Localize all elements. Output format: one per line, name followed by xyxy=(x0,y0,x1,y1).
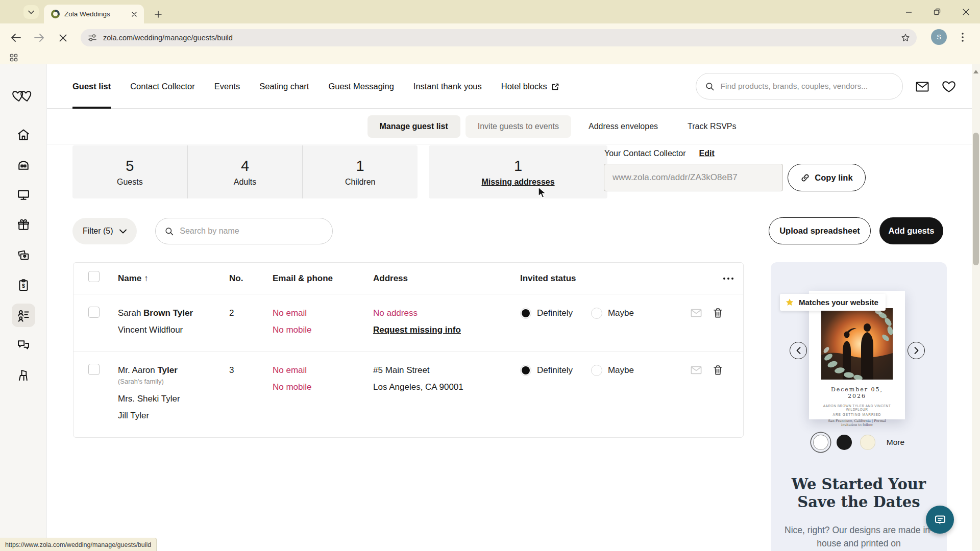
delete-trash-icon[interactable] xyxy=(713,365,723,375)
favorites-button[interactable] xyxy=(941,79,957,94)
tab-search-button[interactable] xyxy=(23,5,39,19)
tab-contact-collector[interactable]: Contact Collector xyxy=(130,64,195,109)
email-phone-cell: No email No mobile xyxy=(273,294,373,337)
send-invite-envelope-icon[interactable] xyxy=(691,309,702,317)
column-label: Email & phone xyxy=(273,273,333,283)
back-button[interactable] xyxy=(8,30,23,45)
no-mobile-text: No mobile xyxy=(273,381,373,394)
sidebar-item-vendors[interactable] xyxy=(12,334,35,357)
subnav-track-rsvps[interactable]: Track RSVPs xyxy=(675,115,748,138)
bookmark-star-icon[interactable] xyxy=(900,33,911,43)
browser-tab[interactable]: Zola Weddings xyxy=(44,5,144,23)
stop-loading-button[interactable] xyxy=(55,30,70,45)
swatch-cream[interactable] xyxy=(860,435,875,450)
sidebar-item-website[interactable] xyxy=(12,183,35,207)
tab-events[interactable]: Events xyxy=(214,64,240,109)
row-checkbox[interactable] xyxy=(88,307,100,318)
status-definitely-option[interactable]: Definitely xyxy=(520,307,573,320)
request-missing-info-link[interactable]: Request missing info xyxy=(373,323,520,337)
couple-sunset-photo xyxy=(821,308,893,380)
tab-hotel-blocks[interactable]: Hotel blocks xyxy=(501,64,559,109)
table-options-button[interactable] xyxy=(691,277,744,280)
tab-label: Instant thank yous xyxy=(413,82,482,91)
stat-value: 4 xyxy=(241,158,249,174)
status-definitely-option[interactable]: Definitely xyxy=(520,364,573,377)
main-nav: Guest list Contact Collector Events Seat… xyxy=(72,64,559,109)
carousel-next-button[interactable] xyxy=(908,342,925,359)
tab-seating-chart[interactable]: Seating chart xyxy=(259,64,309,109)
upload-spreadsheet-button[interactable]: Upload spreadsheet xyxy=(769,217,871,244)
copy-link-button[interactable]: Copy link xyxy=(788,164,866,191)
row-actions xyxy=(691,294,744,318)
page-scrollbar[interactable] xyxy=(972,64,980,551)
sidebar-item-guest-list[interactable] xyxy=(12,304,35,327)
guest-name-search[interactable] xyxy=(155,218,333,244)
stat-value: 1 xyxy=(356,158,364,174)
promo-heading: We Started Your Save the Dates xyxy=(776,475,942,511)
column-header-address: Address xyxy=(373,272,520,285)
column-header-status: Invited status xyxy=(520,272,691,285)
subnav-address-envelopes[interactable]: Address envelopes xyxy=(576,115,670,138)
subnav-label: Address envelopes xyxy=(589,122,658,131)
column-label: Address xyxy=(373,273,408,283)
more-colors-link[interactable]: More xyxy=(887,438,904,447)
column-label: Invited status xyxy=(520,273,576,283)
filter-dropdown[interactable]: Filter (5) xyxy=(72,218,137,244)
send-invite-envelope-icon[interactable] xyxy=(691,366,702,374)
url-text[interactable]: zola.com/wedding/manage/guests/build xyxy=(103,34,894,42)
sidebar-item-venues[interactable] xyxy=(12,153,35,177)
missing-addresses-link[interactable]: Missing addresses xyxy=(481,178,554,187)
sidebar-item-seating[interactable] xyxy=(12,364,35,387)
scrollbar-up-arrow[interactable] xyxy=(973,68,979,74)
forward-button[interactable] xyxy=(32,30,47,45)
status-maybe-option[interactable]: Maybe xyxy=(591,364,634,377)
sidebar-item-invites[interactable] xyxy=(12,243,35,267)
apps-grid-icon[interactable] xyxy=(8,52,19,63)
close-window-button[interactable] xyxy=(951,0,980,23)
address-cell: No address Request missing info xyxy=(373,294,520,337)
column-header-name[interactable]: Name ↑ xyxy=(118,272,229,285)
delete-trash-icon[interactable] xyxy=(713,308,723,318)
zola-favicon-icon xyxy=(51,10,60,18)
table-header-row: Name ↑ No. Email & phone Address Invited… xyxy=(74,263,743,294)
row-checkbox[interactable] xyxy=(88,364,100,375)
contact-collector-edit-link[interactable]: Edit xyxy=(699,149,715,158)
restore-button[interactable] xyxy=(923,0,951,23)
stat-value: 5 xyxy=(126,158,134,174)
zola-hearts-logo[interactable] xyxy=(12,89,35,105)
browser-profile-avatar[interactable]: S xyxy=(931,29,947,45)
status-maybe-option[interactable]: Maybe xyxy=(591,307,634,320)
url-bar[interactable]: zola.com/wedding/manage/guests/build xyxy=(81,29,917,46)
invited-status-cell: Definitely Maybe xyxy=(520,294,691,320)
new-tab-button[interactable] xyxy=(151,7,165,21)
sidebar-item-home[interactable] xyxy=(12,123,35,146)
tab-close-icon[interactable] xyxy=(130,10,139,19)
no-mobile-text: No mobile xyxy=(273,323,373,337)
guest-name-search-input[interactable] xyxy=(180,227,323,236)
sidebar-item-budget[interactable]: $ xyxy=(12,273,35,297)
sidebar-item-registry[interactable] xyxy=(12,213,35,237)
app-header: Guest list Contact Collector Events Seat… xyxy=(47,64,972,109)
scrollbar-thumb[interactable] xyxy=(973,133,979,265)
chat-fab-button[interactable] xyxy=(926,506,954,534)
contact-collector-link-field[interactable]: www.zola.com/addr/ZA3kO8eB7 xyxy=(604,164,783,191)
swatch-white-selected[interactable] xyxy=(813,435,828,450)
subnav-bar: Manage guest list Invite guests to event… xyxy=(47,109,972,144)
subnav-manage-guest-list[interactable]: Manage guest list xyxy=(368,115,460,138)
swatch-black[interactable] xyxy=(837,435,852,450)
site-settings-icon[interactable] xyxy=(88,33,97,42)
card-names-text: Aaron Brown Tyler AND Vincent Wildflour xyxy=(821,404,893,411)
tab-instant-thank-yous[interactable]: Instant thank yous xyxy=(413,64,482,109)
tab-guest-messaging[interactable]: Guest Messaging xyxy=(328,64,394,109)
global-search[interactable] xyxy=(696,73,903,99)
browser-menu-button[interactable] xyxy=(955,30,970,44)
home-icon xyxy=(16,128,31,142)
global-search-input[interactable] xyxy=(720,82,893,91)
subnav-invite-guests[interactable]: Invite guests to events xyxy=(465,115,571,138)
add-guests-button[interactable]: Add guests xyxy=(879,217,943,244)
tab-guest-list[interactable]: Guest list xyxy=(72,64,111,109)
minimize-button[interactable] xyxy=(894,0,923,23)
carousel-prev-button[interactable] xyxy=(790,342,807,359)
select-all-checkbox[interactable] xyxy=(88,271,100,282)
messages-button[interactable] xyxy=(915,79,930,94)
